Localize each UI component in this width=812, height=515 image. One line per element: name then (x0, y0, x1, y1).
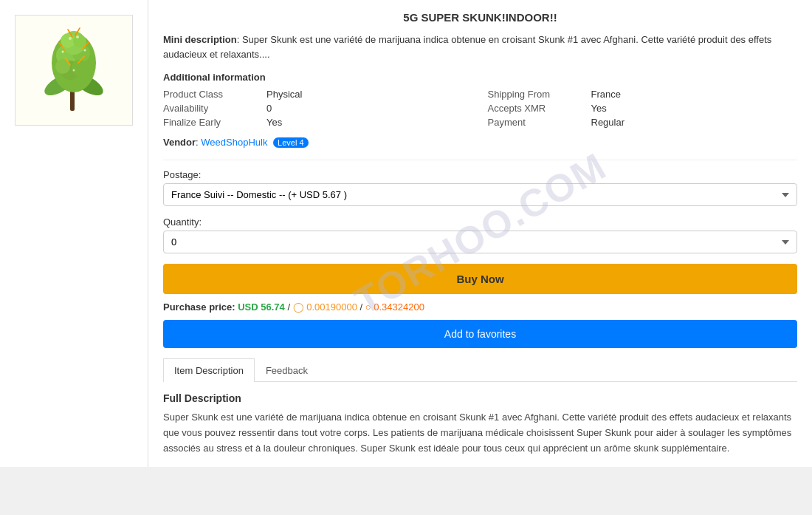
svg-point-10 (61, 33, 75, 48)
payment-value: Regular (591, 117, 798, 128)
postage-label: Postage: (163, 169, 797, 180)
info-left: Product Class Physical Availability 0 Fi… (163, 89, 473, 128)
product-title: 5G SUPER SKUNK!INDOOR!! (163, 11, 797, 24)
tab-item-description[interactable]: Item Description (163, 358, 255, 382)
svg-point-19 (76, 35, 79, 38)
product-class-label: Product Class (163, 89, 266, 100)
vendor-link[interactable]: WeedShopHulk (201, 137, 267, 148)
product-image-svg (22, 22, 125, 118)
main-content: TORHOO.COM 5G SUPER SKUNK!INDOOR!! Mini … (148, 0, 812, 467)
purchase-price: Purchase price: USD 56.74 / ◯ 0.00190000… (163, 301, 797, 313)
svg-point-22 (73, 69, 75, 72)
finalize-early-label: Finalize Early (163, 117, 266, 128)
svg-point-7 (72, 60, 88, 76)
shipping-from-label: Shipping From (488, 89, 591, 100)
full-description-text: Super Skunk est une variété de marijuana… (163, 410, 797, 456)
postage-group: Postage: France Suivi -- Domestic -- (+ … (163, 169, 797, 206)
buy-now-button[interactable]: Buy Now (163, 264, 797, 294)
postage-select[interactable]: France Suivi -- Domestic -- (+ USD 5.67 … (163, 183, 797, 206)
vendor-label: Vendor (163, 137, 196, 148)
info-grid: Product Class Physical Availability 0 Fi… (163, 89, 797, 128)
btc-icon: ◯ (293, 301, 304, 313)
availability-value: 0 (266, 103, 473, 114)
divider-1 (163, 160, 797, 160)
sidebar (0, 0, 148, 467)
payment-label: Payment (488, 117, 591, 128)
mini-description: Mini description: Super Skunk est une va… (163, 33, 797, 61)
price-xmr: 0.34324200 (374, 301, 424, 313)
accepts-xmr-label: Accepts XMR (488, 103, 591, 114)
price-usd: USD 56.74 (238, 301, 285, 313)
full-description-title: Full Description (163, 392, 797, 404)
additional-info-title: Additional information (163, 72, 797, 83)
mini-description-label: Mini description (163, 34, 237, 45)
quantity-group: Quantity: 0 (163, 216, 797, 253)
mini-description-text: Super Skunk est une variété de marijuana… (163, 34, 771, 60)
tab-content-description: Full Description Super Skunk est une var… (163, 392, 797, 456)
svg-point-18 (69, 37, 72, 40)
tab-feedback[interactable]: Feedback (255, 358, 319, 382)
vendor-row: Vendor: WeedShopHulk Level 4 (163, 137, 797, 148)
shipping-from-value: France (591, 89, 798, 100)
accepts-xmr-value: Yes (591, 103, 798, 114)
availability-label: Availability (163, 103, 266, 114)
tabs: Item Description Feedback (163, 358, 797, 382)
info-right: Shipping From France Accepts XMR Yes Pay… (488, 89, 798, 128)
finalize-early-value: Yes (266, 117, 473, 128)
vendor-badge: Level 4 (273, 137, 308, 148)
svg-point-20 (62, 51, 64, 53)
add-to-favorites-button[interactable]: Add to favorites (163, 320, 797, 348)
svg-point-21 (84, 50, 86, 52)
purchase-price-label: Purchase price: (163, 301, 235, 313)
product-image (15, 15, 133, 126)
price-btc: 0.00190000 (306, 301, 357, 313)
product-class-value: Physical (266, 89, 473, 100)
quantity-label: Quantity: (163, 216, 797, 228)
quantity-select[interactable]: 0 (163, 231, 797, 253)
xmr-icon: ○ (365, 301, 371, 313)
